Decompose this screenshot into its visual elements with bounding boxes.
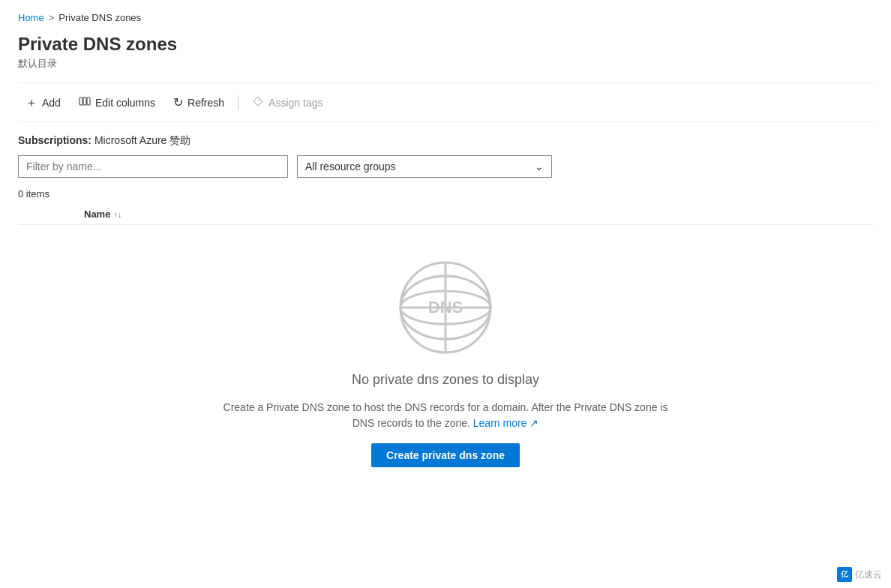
edit-columns-label: Edit columns [95,97,155,109]
filter-by-name-input[interactable] [18,155,288,178]
page-title: Private DNS zones [18,32,873,56]
toolbar-separator [238,95,238,110]
name-column-label: Name [84,208,110,220]
create-private-dns-zone-button[interactable]: Create private dns zone [371,443,520,467]
assign-tags-icon [252,95,264,110]
filter-row: All resource groups ⌄ [18,155,873,178]
add-icon: ＋ [26,97,38,109]
toolbar: ＋ Add Edit columns ↻ Refresh [18,82,873,122]
refresh-label: Refresh [188,97,224,109]
resource-group-dropdown[interactable]: All resource groups ⌄ [297,155,552,178]
refresh-icon: ↻ [173,97,183,109]
table-header: Name ↑↓ [18,202,873,225]
page-subtitle: 默认目录 [18,57,873,70]
watermark: 亿 亿速云 [837,567,882,582]
svg-rect-2 [87,98,90,105]
empty-description: Create a Private DNS zone to host the DN… [224,400,668,431]
watermark-label: 亿速云 [855,568,882,581]
empty-state: DNS No private dns zones to display Crea… [18,255,873,467]
assign-tags-label: Assign tags [268,97,322,109]
add-label: Add [42,97,61,109]
chevron-down-icon: ⌄ [535,160,544,172]
edit-columns-icon [79,95,91,110]
refresh-button[interactable]: ↻ Refresh [166,92,232,113]
watermark-icon: 亿 [837,567,852,582]
dns-globe-icon: DNS [393,255,498,360]
subscriptions-value-text: Microsoft Azure 赞助 [94,134,190,146]
subscriptions-label: Subscriptions: [18,134,92,146]
add-button[interactable]: ＋ Add [18,92,68,113]
items-count: 0 items [18,188,873,200]
page-header: Private DNS zones 默认目录 [18,32,873,70]
assign-tags-button[interactable]: Assign tags [244,91,330,114]
breadcrumb-current: Private DNS zones [58,12,141,23]
subscriptions-row: Subscriptions: Microsoft Azure 赞助 [18,134,873,148]
learn-more-link[interactable]: Learn more ↗ [473,417,538,429]
edit-columns-button[interactable]: Edit columns [71,91,163,114]
sort-icon: ↑↓ [113,210,122,219]
svg-rect-0 [80,98,82,105]
external-link-icon: ↗ [530,417,538,429]
breadcrumb-separator: > [49,12,55,23]
svg-rect-1 [83,98,86,105]
svg-text:DNS: DNS [428,298,463,316]
breadcrumb: Home > Private DNS zones [18,12,873,23]
breadcrumb-home-link[interactable]: Home [18,12,44,23]
name-column-header[interactable]: Name ↑↓ [84,208,122,220]
svg-point-3 [259,100,260,101]
resource-group-label: All resource groups [305,160,396,172]
empty-title: No private dns zones to display [352,372,539,388]
